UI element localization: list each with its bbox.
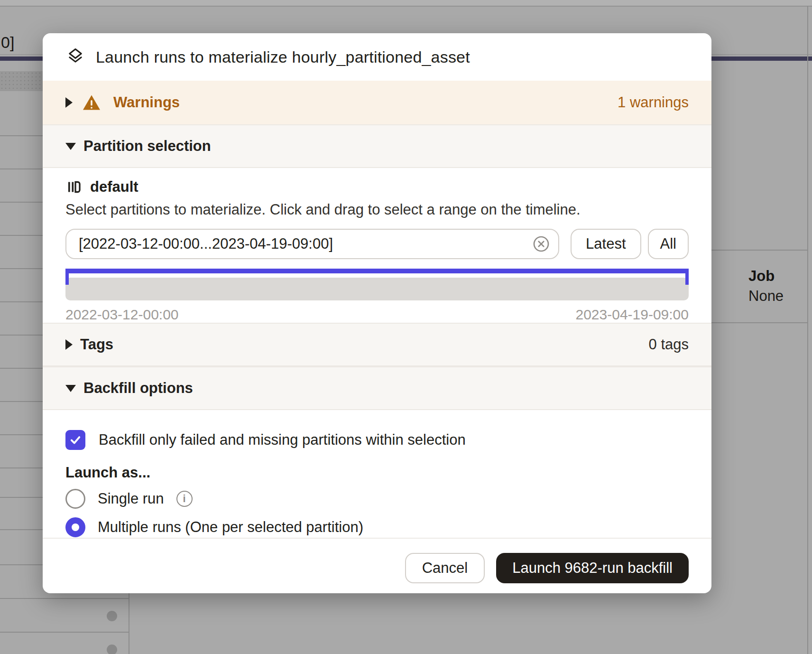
chevron-right-icon xyxy=(65,97,73,108)
all-button[interactable]: All xyxy=(648,229,689,259)
partition-selection-description: Select partitions to materialize. Click … xyxy=(65,201,689,218)
tags-count: 0 tags xyxy=(649,336,689,353)
backfill-only-failed-checkbox[interactable] xyxy=(65,430,85,450)
launch-backfill-dialog: Launch runs to materialize hourly_partit… xyxy=(43,33,711,593)
checkmark-icon xyxy=(69,433,82,447)
screen: 0] Job None xyxy=(0,0,812,654)
warnings-count: 1 warnings xyxy=(618,94,689,111)
chevron-down-icon xyxy=(65,143,76,150)
cancel-button[interactable]: Cancel xyxy=(405,553,485,583)
multiple-runs-radio[interactable] xyxy=(65,517,85,537)
single-run-option-row: Single run i xyxy=(65,488,689,510)
chevron-down-icon xyxy=(65,385,76,392)
circle-x-clear-icon[interactable] xyxy=(533,235,550,252)
dialog-footer: Cancel Launch 9682-run backfill xyxy=(43,538,711,593)
partition-selection-section-header[interactable]: Partition selection xyxy=(43,124,711,168)
warnings-section-header[interactable]: Warnings 1 warnings xyxy=(43,81,711,124)
partition-range-row: Latest All xyxy=(65,229,689,259)
single-run-label: Single run xyxy=(98,490,164,507)
partition-range-input-wrap xyxy=(65,229,559,259)
warnings-label: Warnings xyxy=(113,94,180,111)
partition-range-labels: 2022-03-12-00:00 2023-04-19-09:00 xyxy=(65,307,689,323)
partition-bars-icon xyxy=(65,178,83,196)
layers-diamond-icon xyxy=(65,47,85,67)
launch-as-label: Launch as... xyxy=(65,464,689,481)
dialog-header: Launch runs to materialize hourly_partit… xyxy=(43,33,711,81)
dimension-name: default xyxy=(90,178,138,196)
multiple-runs-label: Multiple runs (One per selected partitio… xyxy=(98,519,363,536)
partition-selection-body: default Select partitions to materialize… xyxy=(43,168,711,323)
backfill-options-body: Backfill only failed and missing partiti… xyxy=(43,410,711,538)
dimension-row: default xyxy=(65,178,689,196)
latest-button[interactable]: Latest xyxy=(571,229,641,259)
info-circle-icon[interactable]: i xyxy=(176,491,193,507)
backfill-checkbox-label: Backfill only failed and missing partiti… xyxy=(99,431,466,448)
partition-range-input[interactable] xyxy=(65,229,559,259)
dialog-title: Launch runs to materialize hourly_partit… xyxy=(96,48,470,66)
launch-backfill-button[interactable]: Launch 9682-run backfill xyxy=(496,553,689,583)
backfill-options-section-header[interactable]: Backfill options xyxy=(43,366,711,410)
range-end-label: 2023-04-19-09:00 xyxy=(575,307,689,323)
single-run-radio[interactable] xyxy=(65,489,85,509)
multiple-runs-option-row: Multiple runs (One per selected partitio… xyxy=(65,516,689,538)
tags-section-header[interactable]: Tags 0 tags xyxy=(43,323,711,366)
chevron-right-icon xyxy=(65,339,73,350)
partition-selection-title: Partition selection xyxy=(83,138,211,155)
range-start-label: 2022-03-12-00:00 xyxy=(65,307,179,323)
backfill-options-title: Backfill options xyxy=(83,380,193,397)
warning-triangle-icon xyxy=(82,94,101,111)
backfill-checkbox-row: Backfill only failed and missing partiti… xyxy=(65,430,689,450)
partition-timeline[interactable] xyxy=(65,278,689,300)
tags-title: Tags xyxy=(80,336,113,353)
partition-selection-range-indicator xyxy=(65,269,689,273)
